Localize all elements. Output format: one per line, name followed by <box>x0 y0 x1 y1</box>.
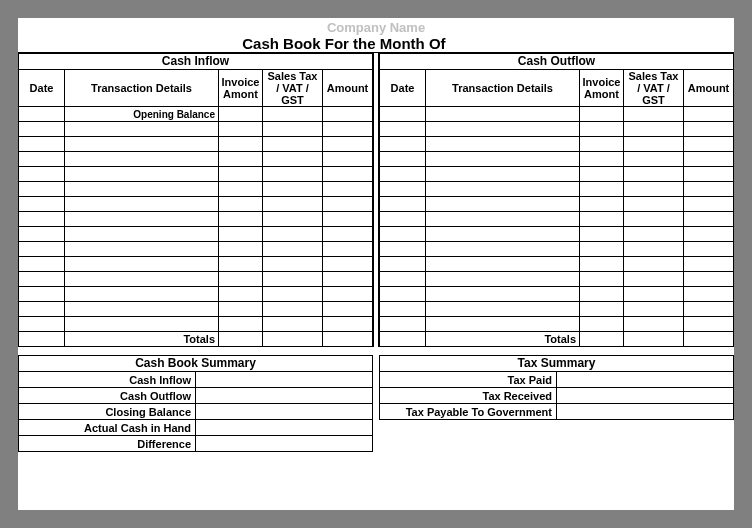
cash-book-page: Company Name Cash Book For the Month Of … <box>18 18 734 510</box>
table-row <box>380 167 734 182</box>
cashbook-summary: Cash Book Summary Cash Inflow Cash Outfl… <box>18 355 373 452</box>
inflow-col-amount: Amount <box>323 70 373 107</box>
cash-outflow-section: Cash Outflow Date Transaction Details In… <box>379 53 734 347</box>
table-row <box>19 197 373 212</box>
summary-row: Cash Outflow <box>19 388 373 404</box>
outflow-col-tax: Sales Tax / VAT / GST <box>624 70 684 107</box>
summary-row: Closing Balance <box>19 404 373 420</box>
table-row <box>380 197 734 212</box>
inflow-col-date: Date <box>19 70 65 107</box>
table-row <box>380 302 734 317</box>
table-row <box>19 152 373 167</box>
inflow-totals-row: Totals <box>19 332 373 347</box>
table-row <box>380 272 734 287</box>
cash-inflow-table: Cash Inflow Date Transaction Details Inv… <box>18 53 373 347</box>
title-prefix: Cash Book For the Month Of <box>242 35 445 52</box>
table-row <box>380 242 734 257</box>
summary-row: Actual Cash in Hand <box>19 420 373 436</box>
outflow-col-details: Transaction Details <box>426 70 580 107</box>
outflow-totals-label: Totals <box>426 332 580 347</box>
table-row <box>380 227 734 242</box>
summaries-section: Cash Book Summary Cash Inflow Cash Outfl… <box>18 355 734 452</box>
opening-balance-row: Opening Balance <box>19 107 373 122</box>
table-row <box>19 287 373 302</box>
cashbook-summary-table: Cash Book Summary Cash Inflow Cash Outfl… <box>18 355 373 452</box>
tax-summary-table: Tax Summary Tax Paid Tax Received Tax Pa… <box>379 355 734 420</box>
summary-row: Tax Paid <box>380 372 734 388</box>
table-row <box>380 107 734 122</box>
inflow-col-invoice: Invoice Amont <box>219 70 263 107</box>
tax-summary-heading: Tax Summary <box>380 356 734 372</box>
table-row <box>380 257 734 272</box>
table-row <box>19 167 373 182</box>
table-row <box>19 317 373 332</box>
cash-outflow-table: Cash Outflow Date Transaction Details In… <box>379 53 734 347</box>
inflow-col-tax: Sales Tax / VAT / GST <box>263 70 323 107</box>
inflow-heading: Cash Inflow <box>19 54 373 70</box>
table-row <box>380 182 734 197</box>
table-row <box>19 122 373 137</box>
outflow-col-date: Date <box>380 70 426 107</box>
table-row <box>19 212 373 227</box>
inflow-totals-label: Totals <box>65 332 219 347</box>
tax-summary: Tax Summary Tax Paid Tax Received Tax Pa… <box>379 355 734 452</box>
outflow-heading: Cash Outflow <box>380 54 734 70</box>
opening-balance-label: Opening Balance <box>65 107 219 122</box>
inflow-col-details: Transaction Details <box>65 70 219 107</box>
summary-row: Tax Payable To Government <box>380 404 734 420</box>
table-row <box>380 122 734 137</box>
table-row <box>19 272 373 287</box>
table-row <box>380 212 734 227</box>
summary-row: Tax Received <box>380 388 734 404</box>
table-row <box>19 242 373 257</box>
outflow-col-amount: Amount <box>684 70 734 107</box>
table-row <box>19 257 373 272</box>
outflow-col-invoice: Invoice Amont <box>580 70 624 107</box>
cashbook-summary-heading: Cash Book Summary <box>19 356 373 372</box>
page-title: Cash Book For the Month Of <box>18 35 734 53</box>
company-name: Company Name <box>18 18 734 35</box>
table-row <box>19 227 373 242</box>
table-row <box>19 182 373 197</box>
table-row <box>380 287 734 302</box>
main-tables: Cash Inflow Date Transaction Details Inv… <box>18 53 734 347</box>
cash-inflow-section: Cash Inflow Date Transaction Details Inv… <box>18 53 373 347</box>
table-row <box>380 317 734 332</box>
table-row <box>19 302 373 317</box>
summary-row: Difference <box>19 436 373 452</box>
table-row <box>380 137 734 152</box>
table-row <box>19 137 373 152</box>
summary-row: Cash Inflow <box>19 372 373 388</box>
outflow-totals-row: Totals <box>380 332 734 347</box>
table-row <box>380 152 734 167</box>
